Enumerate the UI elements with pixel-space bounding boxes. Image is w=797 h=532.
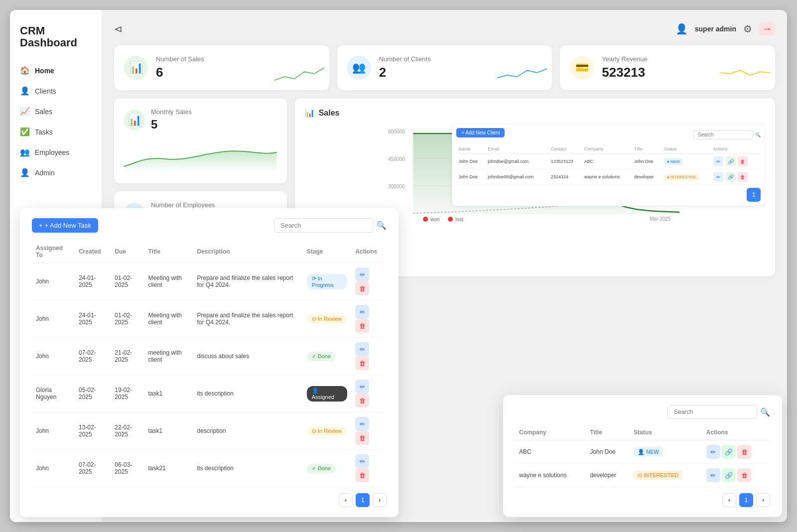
overlay-row-2: John Doe johndoe99@gmail.com 2324324 way… xyxy=(456,169,761,185)
task-row-5: John 13-02-2025 22-02-2025 task1 descrip… xyxy=(32,412,387,450)
svg-point-10 xyxy=(448,217,453,222)
overlay-del-btn-1[interactable]: 🗑 xyxy=(738,156,748,166)
client-edit-btn-2[interactable]: ✏ xyxy=(706,468,720,482)
client-row-2: wayne e solutions developer ⊙ INTERESTED… xyxy=(515,464,770,487)
task-r1-title: Meeting with client xyxy=(144,263,193,300)
clients-page-1-btn[interactable]: 1 xyxy=(739,493,753,507)
overlay-edit-btn-1[interactable]: ✏ xyxy=(713,156,723,166)
task-edit-btn-5[interactable]: ✏ xyxy=(355,417,369,431)
tasks-table: Assigned To Created Due Title Descriptio… xyxy=(32,241,387,487)
overlay-search-input[interactable] xyxy=(693,130,753,139)
clients-search-input[interactable] xyxy=(667,405,757,419)
task-del-btn-4[interactable]: 🗑 xyxy=(355,394,369,407)
clients-prev-btn[interactable]: ‹ xyxy=(722,493,736,507)
task-r4-actions: ✏ 🗑 xyxy=(351,375,387,412)
task-r4-desc: its description xyxy=(193,375,302,412)
sales-mini-chart xyxy=(274,63,324,85)
overlay-col-name: Name xyxy=(456,144,486,154)
overlay-r2-status: ● INTERESTED xyxy=(662,169,711,185)
task-edit-btn-3[interactable]: ✏ xyxy=(355,342,369,356)
task-r4-due: 19-02-2025 xyxy=(111,375,144,412)
add-new-client-btn-overlay[interactable]: + Add New Client xyxy=(456,128,505,137)
client-r2-title: developer xyxy=(586,464,630,487)
clients-next-btn[interactable]: › xyxy=(756,493,770,507)
task-edit-btn-6[interactable]: ✏ xyxy=(355,454,369,468)
overlay-search-icon: 🔍 xyxy=(755,133,761,137)
spacer xyxy=(402,284,775,324)
overlay-r1-name: John Doe xyxy=(456,154,486,169)
client-del-btn-2[interactable]: 🗑 xyxy=(737,468,751,482)
stage-inreview-badge-2: ⊙ In Review xyxy=(307,314,347,324)
overlay-r2-contact: 2324324 xyxy=(549,169,582,185)
sidebar-item-sales[interactable]: 📈 Sales xyxy=(10,102,102,121)
logout-icon[interactable]: → xyxy=(759,22,775,35)
overlay-r2-company: wayne e solutions xyxy=(582,169,632,185)
plus-icon: + xyxy=(39,222,43,229)
task-del-btn-5[interactable]: 🗑 xyxy=(355,431,369,445)
overlay-clients-table: Name Email Contact Company Title Status … xyxy=(456,144,761,185)
task-r3-due: 21-02-2025 xyxy=(111,338,144,375)
task-del-btn-1[interactable]: 🗑 xyxy=(355,281,369,295)
svg-text:Mar 2025: Mar 2025 xyxy=(650,216,671,222)
task-r3-stage: ✓ Done xyxy=(303,338,351,375)
overlay-page-1[interactable]: 1 xyxy=(747,188,761,202)
overlay-r2-email: johndoe99@gmail.com xyxy=(486,169,548,185)
client-r1-status: 👤 NEW xyxy=(630,440,702,464)
collapse-sidebar-icon[interactable]: ⊲ xyxy=(114,23,123,35)
client-edit-btn-1[interactable]: ✏ xyxy=(706,445,720,459)
task-r2-due: 01-02-2025 xyxy=(111,300,144,338)
tasks-page-1-btn[interactable]: 1 xyxy=(356,493,370,507)
client-r1-title: John Doe xyxy=(586,440,630,464)
clients-search-wrap: 🔍 xyxy=(667,405,770,419)
overlay-col-contact: Contact xyxy=(549,144,582,154)
sidebar-item-employees[interactable]: 👥 Employees xyxy=(10,142,102,162)
task-search-input[interactable] xyxy=(274,218,374,233)
task-r1-due: 01-02-2025 xyxy=(111,263,144,300)
client-link-btn-2[interactable]: 🔗 xyxy=(722,468,736,482)
task-r5-desc: description xyxy=(193,412,302,450)
client-r2-status: ⊙ INTERESTED xyxy=(630,464,702,487)
client-r1-actions: ✏ 🔗 🗑 xyxy=(702,440,770,464)
add-new-task-btn[interactable]: + + Add New Task xyxy=(32,218,98,233)
overlay-del-btn-2[interactable]: 🗑 xyxy=(738,172,748,182)
stats-row-1: 📊 Number of Sales 6 👥 Number of Clients … xyxy=(114,45,775,90)
stat-card-monthly-sales: 📊 Monthly Sales 5 xyxy=(114,98,287,183)
sidebar-item-home[interactable]: 🏠 Home xyxy=(10,61,102,80)
task-edit-btn-4[interactable]: ✏ xyxy=(355,380,369,394)
task-edit-btn-2[interactable]: ✏ xyxy=(355,305,369,319)
svg-point-8 xyxy=(423,217,428,222)
sidebar-item-clients[interactable]: 👤 Clients xyxy=(10,81,102,101)
sidebar-item-tasks[interactable]: ✅ Tasks xyxy=(10,122,102,141)
stage-inprogress-badge-1: ⟳ In Progress xyxy=(307,274,347,289)
stat-card-clients: 👥 Number of Clients 2 xyxy=(337,45,552,90)
client-link-btn-1[interactable]: 🔗 xyxy=(722,445,736,459)
overlay-row-1: John Doe johndoe@gmail.com 123523123 ABC… xyxy=(456,154,761,169)
sales-icon: 📈 xyxy=(20,107,30,116)
task-r6-title: task21 xyxy=(144,450,193,487)
client-del-btn-1[interactable]: 🗑 xyxy=(737,445,751,459)
task-search-icon: 🔍 xyxy=(377,221,387,230)
task-r1-stage: ⟳ In Progress xyxy=(303,263,351,300)
user-icon: 👤 xyxy=(675,23,688,35)
task-del-btn-6[interactable]: 🗑 xyxy=(355,468,369,482)
sales-chart-title: 📊 Sales xyxy=(305,108,765,118)
revenue-mini-chart xyxy=(720,63,770,85)
sales-stat-icon: 📊 xyxy=(124,56,148,80)
task-del-btn-3[interactable]: 🗑 xyxy=(355,356,369,370)
sidebar-label-sales: Sales xyxy=(35,108,52,116)
task-edit-btn-1[interactable]: ✏ xyxy=(355,267,369,281)
sidebar-item-admin[interactable]: 👤 Admin xyxy=(10,163,102,182)
task-r1-actions: ✏ 🗑 xyxy=(351,263,387,300)
client-row-1: ABC John Doe 👤 NEW ✏ 🔗 🗑 xyxy=(515,440,770,464)
overlay-edit-btn-2[interactable]: ✏ xyxy=(713,172,723,182)
tasks-prev-btn[interactable]: ‹ xyxy=(339,493,353,507)
task-del-btn-2[interactable]: 🗑 xyxy=(355,319,369,333)
overlay-link-btn-1[interactable]: 🔗 xyxy=(726,156,736,166)
task-r6-assigned: John xyxy=(32,450,75,487)
settings-icon[interactable]: ⚙ xyxy=(743,23,752,35)
task-r1-desc: Prepare and finalize the sales report fo… xyxy=(193,263,302,300)
task-r3-created: 07-02-2025 xyxy=(75,338,111,375)
task-r3-assigned: John xyxy=(32,338,75,375)
overlay-link-btn-2[interactable]: 🔗 xyxy=(726,172,736,182)
tasks-next-btn[interactable]: › xyxy=(373,493,387,507)
